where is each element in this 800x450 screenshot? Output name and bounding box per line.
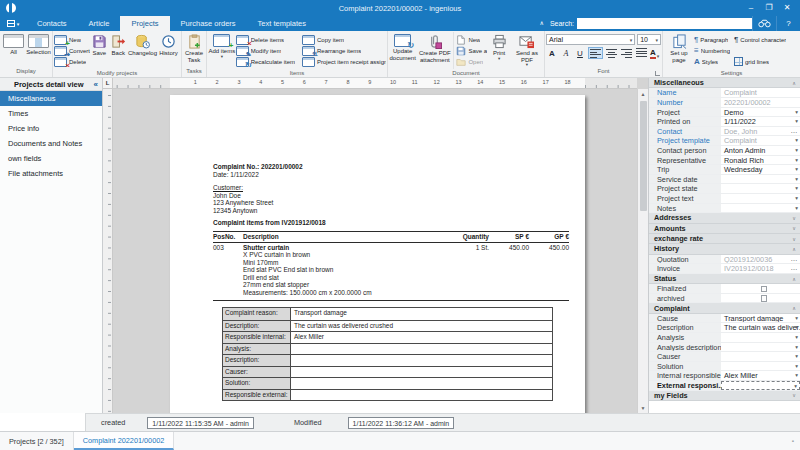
- dropdown-arrow-icon[interactable]: ▾: [795, 362, 798, 371]
- property-value[interactable]: IV201912/0018…: [721, 264, 800, 273]
- align-justify-button[interactable]: [635, 47, 648, 59]
- property-row-notes[interactable]: Notes▾: [649, 204, 800, 214]
- collapse-ribbon-button[interactable]: ∧: [533, 16, 549, 31]
- property-row-contact-person[interactable]: Contact personAnton Admin▾: [649, 146, 800, 156]
- new-project-button[interactable]: +New: [54, 34, 90, 45]
- property-row-quotation[interactable]: QuotationQ201912/0036…: [649, 255, 800, 265]
- align-right-button[interactable]: [620, 47, 633, 59]
- sidebar-item-documents-and-notes[interactable]: Documents and Notes: [0, 136, 102, 151]
- property-value[interactable]: ▾: [721, 343, 800, 352]
- status-tab-complaint[interactable]: Complaint 202201/00002: [74, 432, 175, 450]
- property-row-causer[interactable]: Causer▾: [649, 352, 800, 362]
- property-row-trip[interactable]: TripWednesday▾: [649, 165, 800, 175]
- dropdown-arrow-icon[interactable]: ▾: [795, 343, 798, 352]
- dropdown-arrow-icon[interactable]: ▾: [795, 371, 798, 380]
- property-value[interactable]: Doe, John…: [721, 127, 800, 136]
- section-header-complaint[interactable]: Complaint∧: [649, 303, 800, 313]
- property-value[interactable]: ▾: [721, 194, 800, 203]
- styles-button[interactable]: AStyles: [694, 56, 734, 67]
- modify-item-button[interactable]: ✎Modify item: [236, 45, 302, 56]
- tab-projects[interactable]: Projects: [120, 16, 169, 31]
- update-document-button[interactable]: ↻ Update document: [389, 32, 416, 69]
- receipt-assignment-button[interactable]: Project item receipt assignment: [302, 56, 386, 67]
- collapse-panel-button[interactable]: «: [94, 80, 98, 89]
- dropdown-arrow-icon[interactable]: ▾: [795, 184, 798, 193]
- ellipsis-button[interactable]: …: [791, 127, 799, 135]
- dropdown-arrow-icon[interactable]: ▾: [795, 136, 798, 145]
- property-row-project[interactable]: ProjectDemo▾: [649, 108, 800, 118]
- delete-items-button[interactable]: ×Delete items: [236, 34, 302, 45]
- sidebar-item-times[interactable]: Times: [0, 106, 102, 121]
- send-as-pdf-button[interactable]: Send as PDF ▾: [511, 32, 543, 69]
- dropdown-arrow-icon[interactable]: ▾: [794, 382, 797, 390]
- copy-item-button[interactable]: Copy item: [302, 34, 386, 45]
- delete-button[interactable]: ×Delete: [54, 56, 90, 67]
- property-row-project-state[interactable]: Project state▾: [649, 184, 800, 194]
- property-value[interactable]: Complaint: [721, 88, 800, 97]
- font-dialog-launcher-icon[interactable]: [655, 71, 660, 76]
- property-row-cause[interactable]: CauseTransport damage▾: [649, 314, 800, 324]
- numbering-button[interactable]: ≡Numbering: [694, 45, 734, 56]
- property-value[interactable]: Complaint▾: [721, 136, 800, 145]
- checkbox[interactable]: [761, 295, 768, 302]
- bold-button[interactable]: A: [546, 48, 558, 59]
- section-header-miscellaneous[interactable]: Miscellaneous∧: [649, 78, 800, 88]
- align-center-button[interactable]: [605, 47, 618, 59]
- property-value[interactable]: Anton Admin▾: [721, 146, 800, 155]
- section-header-history[interactable]: History∧: [649, 244, 800, 254]
- property-row-number[interactable]: Number202201/00002: [649, 98, 800, 108]
- tab-article[interactable]: Article: [78, 16, 121, 31]
- property-value[interactable]: [721, 294, 800, 303]
- section-header-amounts[interactable]: Amounts∨: [649, 224, 800, 234]
- dropdown-arrow-icon[interactable]: ▾: [795, 323, 798, 332]
- status-tab-projects[interactable]: Projects [2 / 352]: [0, 432, 74, 450]
- property-row-analysis[interactable]: Analysis▾: [649, 333, 800, 343]
- scroll-down-icon[interactable]: ▼: [638, 405, 648, 411]
- create-task-button[interactable]: Create Task: [183, 32, 205, 67]
- selection-button[interactable]: Selection: [26, 32, 51, 67]
- section-header-addresses[interactable]: Addresses∨: [649, 213, 800, 223]
- ellipsis-button[interactable]: …: [791, 264, 799, 272]
- font-color-button[interactable]: A▾: [650, 48, 659, 59]
- font-family-select[interactable]: Arial▾: [546, 34, 635, 45]
- section-header-my-fields[interactable]: my Fields∨: [649, 391, 800, 401]
- dropdown-arrow-icon[interactable]: ▾: [795, 156, 798, 165]
- property-row-project-text[interactable]: Project text▾: [649, 194, 800, 204]
- property-row-service-date[interactable]: Service date▾: [649, 175, 800, 185]
- paragraph-button[interactable]: ¶Paragraph: [694, 34, 734, 45]
- changelog-button[interactable]: Changelog: [128, 32, 157, 69]
- dropdown-arrow-icon[interactable]: ▾: [795, 146, 798, 155]
- property-row-representative[interactable]: RepresentativeRonald Rich▾: [649, 156, 800, 166]
- property-value[interactable]: 1/11/2022▾: [721, 117, 800, 126]
- history-button[interactable]: History: [157, 32, 180, 69]
- property-value[interactable]: Alex Miller▾: [721, 371, 800, 380]
- property-value[interactable]: The curtain was deliver...▾: [721, 323, 800, 332]
- dropdown-arrow-icon[interactable]: ▾: [795, 108, 798, 117]
- tab-text-templates[interactable]: Text templates: [247, 16, 317, 31]
- menu-button[interactable]: ▾: [0, 16, 26, 31]
- property-value[interactable]: ▾: [721, 381, 800, 390]
- sidebar-item-own-fields[interactable]: own fields: [0, 151, 102, 166]
- tab-stop-selector[interactable]: L: [103, 78, 113, 89]
- property-value[interactable]: 202201/00002: [721, 98, 800, 107]
- save-as-button[interactable]: Save as: [456, 45, 487, 56]
- search-input[interactable]: [577, 18, 752, 29]
- dropdown-arrow-icon[interactable]: ▾: [795, 175, 798, 184]
- all-button[interactable]: All: [1, 32, 26, 67]
- minimize-button[interactable]: –: [742, 0, 760, 16]
- property-value[interactable]: ▾: [721, 175, 800, 184]
- property-value[interactable]: ▾: [721, 333, 800, 342]
- tab-contacts[interactable]: Contacts: [26, 16, 78, 31]
- recalculate-item-button[interactable]: ↻Recalculate item: [236, 56, 302, 67]
- sidebar-item-price-info[interactable]: Price info: [0, 121, 102, 136]
- property-value[interactable]: Ronald Rich▾: [721, 156, 800, 165]
- property-value[interactable]: [721, 284, 800, 293]
- dropdown-arrow-icon[interactable]: ▾: [795, 117, 798, 126]
- property-value[interactable]: Demo▾: [721, 108, 800, 117]
- create-pdf-attachment-button[interactable]: Create PDF attachment: [416, 32, 453, 69]
- property-row-description[interactable]: DescriptionThe curtain was deliver...▾: [649, 323, 800, 333]
- set-up-page-button[interactable]: Set up page: [664, 32, 694, 69]
- property-row-project-template[interactable]: Project templateComplaint▾: [649, 136, 800, 146]
- section-header-status[interactable]: Status∧: [649, 274, 800, 284]
- convert-button[interactable]: ➔Convert: [54, 45, 90, 56]
